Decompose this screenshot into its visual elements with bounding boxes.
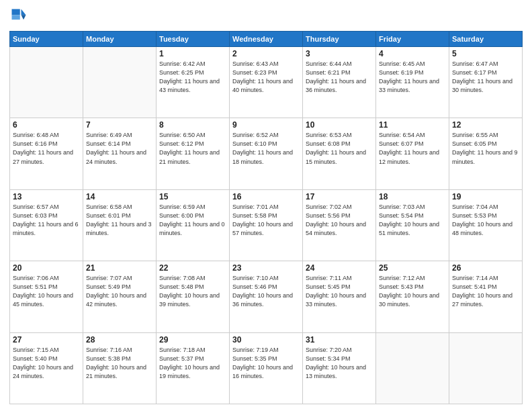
calendar-cell: 2Sunrise: 6:43 AM Sunset: 6:23 PM Daylig… [230, 47, 303, 118]
day-info: Sunrise: 6:52 AM Sunset: 6:10 PM Dayligh… [232, 131, 300, 166]
weekday-header-tuesday: Tuesday [157, 32, 230, 47]
day-info: Sunrise: 7:08 AM Sunset: 5:48 PM Dayligh… [159, 274, 226, 309]
calendar-cell: 11Sunrise: 6:54 AM Sunset: 6:07 PM Dayli… [376, 118, 449, 189]
day-number: 19 [452, 192, 519, 201]
day-info: Sunrise: 6:43 AM Sunset: 6:23 PM Dayligh… [232, 60, 300, 95]
calendar-cell: 10Sunrise: 6:53 AM Sunset: 6:08 PM Dayli… [303, 118, 376, 189]
day-number: 15 [159, 192, 226, 201]
calendar-cell: 26Sunrise: 7:14 AM Sunset: 5:41 PM Dayli… [449, 261, 523, 332]
day-info: Sunrise: 6:48 AM Sunset: 6:16 PM Dayligh… [13, 131, 80, 166]
day-number: 10 [306, 120, 373, 130]
calendar-cell: 4Sunrise: 6:45 AM Sunset: 6:19 PM Daylig… [376, 47, 449, 118]
day-info: Sunrise: 6:44 AM Sunset: 6:21 PM Dayligh… [306, 60, 373, 95]
calendar-cell: 5Sunrise: 6:47 AM Sunset: 6:17 PM Daylig… [449, 47, 523, 118]
weekday-header-sunday: Sunday [10, 32, 83, 47]
day-number: 28 [86, 335, 153, 345]
day-info: Sunrise: 6:49 AM Sunset: 6:14 PM Dayligh… [86, 131, 153, 166]
day-info: Sunrise: 7:03 AM Sunset: 5:54 PM Dayligh… [379, 203, 446, 238]
logo [9, 7, 31, 26]
calendar-cell: 12Sunrise: 6:55 AM Sunset: 6:05 PM Dayli… [449, 118, 523, 189]
weekday-header-row: SundayMondayTuesdayWednesdayThursdayFrid… [10, 32, 523, 47]
calendar-cell: 9Sunrise: 6:52 AM Sunset: 6:10 PM Daylig… [230, 118, 303, 189]
calendar-cell: 7Sunrise: 6:49 AM Sunset: 6:14 PM Daylig… [83, 118, 157, 189]
calendar-cell: 29Sunrise: 7:18 AM Sunset: 5:37 PM Dayli… [157, 332, 230, 404]
day-number: 6 [13, 120, 80, 130]
day-info: Sunrise: 7:01 AM Sunset: 5:58 PM Dayligh… [232, 203, 300, 238]
calendar-table: SundayMondayTuesdayWednesdayThursdayFrid… [9, 31, 523, 404]
svg-rect-3 [12, 15, 20, 19]
week-row-5: 27Sunrise: 7:15 AM Sunset: 5:40 PM Dayli… [10, 332, 523, 404]
calendar-cell: 24Sunrise: 7:11 AM Sunset: 5:45 PM Dayli… [303, 261, 376, 332]
day-number: 9 [232, 120, 300, 130]
day-number: 7 [86, 120, 153, 130]
calendar-cell: 1Sunrise: 6:42 AM Sunset: 6:25 PM Daylig… [157, 47, 230, 118]
day-number: 22 [159, 263, 226, 273]
calendar-cell: 18Sunrise: 7:03 AM Sunset: 5:54 PM Dayli… [376, 189, 449, 261]
svg-marker-1 [21, 15, 26, 19]
calendar-cell: 19Sunrise: 7:04 AM Sunset: 5:53 PM Dayli… [449, 189, 523, 261]
day-info: Sunrise: 6:50 AM Sunset: 6:12 PM Dayligh… [159, 131, 226, 166]
day-number: 30 [232, 335, 300, 345]
week-row-1: 1Sunrise: 6:42 AM Sunset: 6:25 PM Daylig… [10, 47, 523, 118]
day-info: Sunrise: 6:57 AM Sunset: 6:03 PM Dayligh… [13, 203, 80, 238]
weekday-header-thursday: Thursday [303, 32, 376, 47]
calendar-cell: 15Sunrise: 6:59 AM Sunset: 6:00 PM Dayli… [157, 189, 230, 261]
day-number: 25 [379, 263, 446, 273]
calendar-cell [10, 47, 83, 118]
day-number: 13 [13, 192, 80, 201]
day-info: Sunrise: 6:45 AM Sunset: 6:19 PM Dayligh… [379, 60, 446, 95]
calendar-cell: 22Sunrise: 7:08 AM Sunset: 5:48 PM Dayli… [157, 261, 230, 332]
day-info: Sunrise: 7:11 AM Sunset: 5:45 PM Dayligh… [306, 274, 373, 309]
day-info: Sunrise: 7:07 AM Sunset: 5:49 PM Dayligh… [86, 274, 153, 309]
day-info: Sunrise: 7:18 AM Sunset: 5:37 PM Dayligh… [159, 346, 226, 381]
day-number: 31 [306, 335, 373, 345]
day-number: 24 [306, 263, 373, 273]
calendar-cell: 3Sunrise: 6:44 AM Sunset: 6:21 PM Daylig… [303, 47, 376, 118]
day-number: 17 [306, 192, 373, 201]
day-info: Sunrise: 6:47 AM Sunset: 6:17 PM Dayligh… [452, 60, 519, 95]
week-row-3: 13Sunrise: 6:57 AM Sunset: 6:03 PM Dayli… [10, 189, 523, 261]
header [9, 7, 523, 26]
day-number: 2 [232, 49, 300, 58]
calendar-cell: 30Sunrise: 7:19 AM Sunset: 5:35 PM Dayli… [230, 332, 303, 404]
day-info: Sunrise: 7:15 AM Sunset: 5:40 PM Dayligh… [13, 346, 80, 381]
day-number: 21 [86, 263, 153, 273]
calendar-cell: 6Sunrise: 6:48 AM Sunset: 6:16 PM Daylig… [10, 118, 83, 189]
svg-rect-2 [12, 9, 20, 15]
day-number: 3 [306, 49, 373, 58]
calendar-cell: 25Sunrise: 7:12 AM Sunset: 5:43 PM Dayli… [376, 261, 449, 332]
calendar-cell: 16Sunrise: 7:01 AM Sunset: 5:58 PM Dayli… [230, 189, 303, 261]
day-info: Sunrise: 7:19 AM Sunset: 5:35 PM Dayligh… [232, 346, 300, 381]
day-number: 18 [379, 192, 446, 201]
calendar-cell: 31Sunrise: 7:20 AM Sunset: 5:34 PM Dayli… [303, 332, 376, 404]
day-info: Sunrise: 7:02 AM Sunset: 5:56 PM Dayligh… [306, 203, 373, 238]
day-info: Sunrise: 7:06 AM Sunset: 5:51 PM Dayligh… [13, 274, 80, 309]
day-info: Sunrise: 6:42 AM Sunset: 6:25 PM Dayligh… [159, 60, 226, 95]
day-info: Sunrise: 7:14 AM Sunset: 5:41 PM Dayligh… [452, 274, 519, 309]
calendar-cell [449, 332, 523, 404]
calendar-cell: 8Sunrise: 6:50 AM Sunset: 6:12 PM Daylig… [157, 118, 230, 189]
day-number: 1 [159, 49, 226, 58]
weekday-header-saturday: Saturday [449, 32, 523, 47]
day-info: Sunrise: 6:54 AM Sunset: 6:07 PM Dayligh… [379, 131, 446, 166]
day-info: Sunrise: 6:58 AM Sunset: 6:01 PM Dayligh… [86, 203, 153, 238]
svg-marker-0 [21, 9, 26, 15]
day-info: Sunrise: 6:59 AM Sunset: 6:00 PM Dayligh… [159, 203, 226, 238]
calendar-cell: 21Sunrise: 7:07 AM Sunset: 5:49 PM Dayli… [83, 261, 157, 332]
day-info: Sunrise: 7:04 AM Sunset: 5:53 PM Dayligh… [452, 203, 519, 238]
day-number: 23 [232, 263, 300, 273]
week-row-2: 6Sunrise: 6:48 AM Sunset: 6:16 PM Daylig… [10, 118, 523, 189]
day-number: 27 [13, 335, 80, 345]
day-number: 14 [86, 192, 153, 201]
weekday-header-friday: Friday [376, 32, 449, 47]
day-number: 20 [13, 263, 80, 273]
day-number: 8 [159, 120, 226, 130]
weekday-header-wednesday: Wednesday [230, 32, 303, 47]
day-number: 26 [452, 263, 519, 273]
calendar-cell: 14Sunrise: 6:58 AM Sunset: 6:01 PM Dayli… [83, 189, 157, 261]
day-number: 11 [379, 120, 446, 130]
day-info: Sunrise: 6:53 AM Sunset: 6:08 PM Dayligh… [306, 131, 373, 166]
day-number: 16 [232, 192, 300, 201]
day-number: 4 [379, 49, 446, 58]
day-info: Sunrise: 7:16 AM Sunset: 5:38 PM Dayligh… [86, 346, 153, 381]
